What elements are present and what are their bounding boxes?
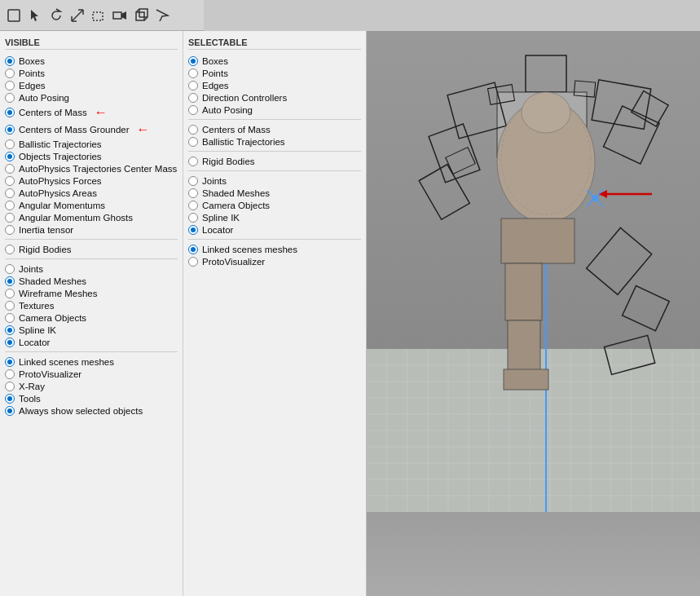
svg-rect-49 [501,219,575,263]
list-item[interactable]: Camera Objects [5,311,178,324]
radio-button[interactable] [5,81,15,91]
list-item[interactable]: Rigid Bodies [5,243,178,255]
radio-button[interactable] [188,213,198,223]
scale-tool-icon[interactable] [68,7,86,24]
list-item[interactable]: Edges [188,79,361,91]
radio-button[interactable] [5,289,15,298]
list-item[interactable]: Always show selected objects [5,404,178,417]
radio-button[interactable] [5,164,15,174]
radio-button[interactable] [5,108,15,117]
radio-button[interactable] [5,338,15,347]
list-item[interactable]: Shaded Meshes [188,187,361,199]
list-item[interactable]: Joints [188,174,361,187]
list-item[interactable]: Rigid Bodies [188,155,361,167]
radio-button[interactable] [5,68,15,78]
radio-button[interactable] [5,382,15,391]
radio-button[interactable] [188,157,198,166]
list-item[interactable]: Camera Objects [188,199,361,211]
list-item[interactable]: Ballistic Trajectories [188,135,361,148]
radio-button[interactable] [5,93,15,103]
radio-button[interactable] [5,201,15,210]
radio-button[interactable] [5,152,15,161]
visible-column: VISIBLE BoxesPointsEdgesAuto PosingCente… [0,31,183,596]
radio-button[interactable] [5,139,15,149]
radio-button[interactable] [188,245,198,254]
list-item[interactable]: Locator [188,223,361,236]
list-item[interactable]: Spline IK [188,211,361,223]
list-item[interactable]: Locator [5,336,178,348]
list-item[interactable]: Joints [5,263,178,275]
radio-button[interactable] [5,176,15,186]
list-item[interactable]: Edges [5,79,178,91]
list-item[interactable]: Linked scenes meshes [188,243,361,255]
list-item[interactable]: AutoPhysics Forces [5,174,178,187]
list-item[interactable]: Points [188,67,361,79]
cube-tool-icon[interactable] [132,7,150,24]
rotate-tool-icon[interactable] [47,7,65,24]
radio-button[interactable] [188,188,198,198]
list-item[interactable]: ProtoVisualizer [188,255,361,267]
list-item[interactable]: Boxes [188,55,361,67]
radio-button[interactable] [5,406,15,416]
list-item[interactable]: AutoPhysics Areas [5,187,178,199]
radio-button[interactable] [5,264,15,274]
list-item[interactable]: Boxes [5,55,178,67]
radio-button[interactable] [188,225,198,235]
radio-button[interactable] [188,68,198,78]
list-item[interactable]: Centers of Mass Grounder← [5,121,178,138]
radio-button[interactable] [5,369,15,379]
radio-button[interactable] [188,81,198,91]
radio-button[interactable] [188,56,198,66]
list-item[interactable]: Textures [5,299,178,311]
item-label: Direction Controllers [202,93,287,103]
list-item[interactable]: Linked scenes meshes [5,355,178,368]
radio-button[interactable] [5,245,15,254]
camera-tool-icon[interactable] [111,7,129,24]
marquee-tool-icon[interactable] [90,7,108,24]
radio-button[interactable] [5,313,15,323]
list-item[interactable]: Shaded Meshes [5,275,178,287]
item-label: Angular Momentums [19,201,105,210]
radio-button[interactable] [5,225,15,235]
radio-button[interactable] [5,125,15,135]
list-item[interactable]: AutoPhysics Trajectories Center Mass [5,162,178,174]
cursor-tool-icon[interactable] [26,7,44,24]
radio-button[interactable] [188,201,198,210]
list-item[interactable]: Angular Momentums [5,199,178,211]
viewport[interactable] [367,31,700,596]
list-item[interactable]: Inertia tensor [5,223,178,236]
radio-button[interactable] [188,257,198,267]
radio-button[interactable] [188,93,198,103]
list-item[interactable]: ProtoVisualizer [5,368,178,380]
list-item[interactable]: X-Ray [5,380,178,392]
radio-button[interactable] [5,394,15,404]
list-item[interactable]: Direction Controllers [188,91,361,104]
list-item[interactable]: Centers of Mass← [5,104,178,121]
list-item[interactable]: Ballistic Trajectories [5,138,178,150]
radio-button[interactable] [188,137,198,147]
list-item[interactable]: Angular Momentum Ghosts [5,211,178,223]
select-tool-icon[interactable] [5,7,23,24]
radio-button[interactable] [5,188,15,198]
radio-button[interactable] [5,301,15,311]
radio-button[interactable] [5,357,15,367]
list-item[interactable]: Wireframe Meshes [5,287,178,299]
list-item[interactable]: Points [5,67,178,79]
radio-button[interactable] [5,213,15,223]
radio-button[interactable] [188,105,198,115]
item-label: AutoPhysics Forces [19,176,102,186]
list-item[interactable]: Spline IK [5,324,178,336]
radio-button[interactable] [5,56,15,66]
list-item[interactable]: Auto Posing [5,91,178,104]
list-item[interactable]: Centers of Mass [188,123,361,135]
radio-button[interactable] [188,176,198,186]
radio-button[interactable] [188,125,198,135]
radio-button[interactable] [5,325,15,335]
item-label: Edges [202,81,229,91]
list-item[interactable]: Auto Posing [188,104,361,116]
radio-button[interactable] [5,276,15,286]
list-item[interactable]: Tools [5,392,178,404]
arrow-tool-icon[interactable] [153,7,171,24]
item-label: Ballistic Trajectories [19,139,102,149]
list-item[interactable]: Objects Trajectories [5,150,178,162]
